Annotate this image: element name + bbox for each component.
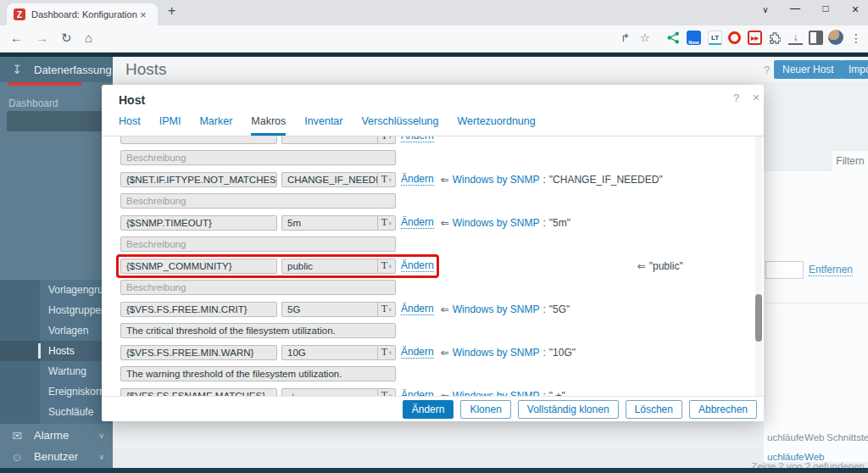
macro-name-input[interactable]: {$NET.IF.IFTYPE.NOT_MATCHES} [120, 172, 277, 187]
filter-input[interactable] [765, 261, 804, 279]
sidebar-submenu-item[interactable]: Hostgruppen [0, 300, 113, 320]
macro-description-input[interactable]: Beschreibung [120, 280, 396, 295]
change-link[interactable]: Ändern [401, 136, 434, 142]
dialog-scrollbar[interactable] [755, 136, 762, 396]
value-type-dropdown[interactable]: T ∨ [377, 388, 396, 397]
downloads-icon[interactable]: ↓ [788, 31, 803, 45]
split-screen-icon[interactable] [809, 31, 823, 45]
macro-description-input[interactable]: Beschreibung [120, 236, 396, 252]
macro-description-input[interactable]: The warning threshold of the filesystem … [120, 366, 396, 381]
extension-ring-icon[interactable] [728, 31, 741, 44]
sidebar-submenu-item[interactable]: Ereigniskorrelation [0, 381, 113, 402]
dialog-help-icon[interactable]: ? [733, 92, 739, 104]
browser-tab[interactable]: Z Dashboard: Konfiguration der Ho × [7, 3, 158, 25]
share-icon[interactable]: ↱ [620, 31, 630, 44]
new-host-button[interactable]: Neuer Host [774, 60, 843, 79]
import-button[interactable]: Importieren [842, 60, 868, 79]
macro-value-input[interactable]: CHANGE_IF_NEEDED [281, 172, 377, 187]
sidebar-menu-item[interactable]: ↧ Datenerfassung [0, 57, 113, 82]
dialog-footer-button[interactable]: Abbrechen [689, 400, 757, 419]
extensions-puzzle-icon[interactable] [767, 31, 782, 45]
inherit-arrow-icon: ⇐ [441, 347, 449, 359]
sidebar-submenu-item[interactable]: Suchläufe [0, 402, 113, 422]
profile-avatar[interactable] [828, 30, 843, 45]
macro-description-input[interactable]: The critical threshold of the filesystem… [120, 323, 396, 338]
dialog-footer-button[interactable]: Löschen [626, 400, 682, 419]
new-tab-button[interactable]: + [168, 3, 175, 19]
sidebar-submenu-item[interactable]: Wartung [0, 361, 113, 381]
macro-name-input[interactable]: {$SNMP.TIMEOUT} [120, 215, 277, 231]
macro-value-input[interactable] [281, 136, 377, 144]
dialog-footer-button[interactable]: Ändern [403, 400, 454, 419]
macro-name-input[interactable]: {$VFS.FS.FREE.MIN.CRIT} [120, 302, 277, 317]
page-help-icon[interactable]: ? [764, 64, 770, 76]
value-type-dropdown[interactable]: T ∨ [377, 136, 396, 144]
change-link[interactable]: Ändern [401, 216, 434, 229]
reload-icon[interactable]: ↻ [61, 31, 72, 46]
window-maximize-icon[interactable]: □ [813, 3, 838, 14]
back-icon[interactable]: ← [10, 31, 23, 45]
macro-value-input[interactable]: 5G [281, 302, 377, 317]
forward-icon[interactable]: → [36, 31, 48, 45]
dialog-tab[interactable]: Verschlüsselung [361, 115, 438, 136]
window-menu-icon[interactable]: ∨ [753, 5, 778, 14]
extension-fastforward-icon[interactable]: ▶▶ [748, 31, 762, 45]
dialog-tab[interactable]: Inventar [304, 115, 342, 136]
macro-value-input[interactable]: public [281, 259, 377, 274]
window-minimize-icon[interactable]: — [782, 3, 808, 14]
value-type-dropdown[interactable]: T ∨ [377, 215, 396, 231]
sidebar-submenu-item[interactable]: Vorlagengruppen [0, 280, 113, 300]
value-type-dropdown[interactable]: T ∨ [377, 172, 396, 187]
tab-close-icon[interactable]: × [140, 8, 147, 21]
browser-menu-icon[interactable]: ⋮ [850, 31, 862, 45]
remove-link[interactable]: Entfernen [809, 264, 853, 276]
value-type-dropdown[interactable]: T ∨ [377, 259, 396, 274]
dialog-tab[interactable]: IPMI [159, 115, 181, 136]
value-type-dropdown[interactable]: T ∨ [377, 345, 396, 360]
change-link[interactable]: Ändern [401, 303, 434, 315]
change-link[interactable]: Ändern [401, 259, 434, 272]
sidebar-submenu-item[interactable]: Vorlagen [0, 320, 113, 341]
sidebar-submenu-item[interactable]: Hosts [0, 341, 113, 361]
macro-name-input[interactable] [120, 136, 277, 144]
sidebar-search-input[interactable] [7, 111, 107, 131]
macro-name-input[interactable]: {$VFS.FS.FSNAME.MATCHES} [120, 388, 277, 397]
template-link[interactable]: Windows by SNMP [453, 347, 540, 359]
change-link[interactable]: Ändern [401, 346, 434, 359]
sidebar-menu-item[interactable]: ☺ Benutzer ∨ [0, 446, 113, 467]
macro-value-input[interactable]: 5m [281, 215, 377, 231]
dialog-tab[interactable]: Wertezuordnung [458, 115, 536, 136]
dialog-footer-button[interactable]: Klonen [460, 400, 510, 419]
sidebar-menu-item[interactable]: ✉ Alarme ∨ [0, 425, 113, 446]
extension-languagetool-icon[interactable]: LT [708, 31, 722, 45]
extension-new-icon[interactable]: New [687, 31, 701, 45]
window-close-icon[interactable]: × [843, 3, 868, 16]
value-type-dropdown[interactable]: T ∨ [377, 302, 396, 317]
macro-description-input[interactable]: Beschreibung [120, 193, 396, 209]
dialog-tab[interactable]: Marker [199, 115, 232, 136]
macro-name-input[interactable]: {$SNMP_COMMUNITY} [120, 259, 277, 274]
page-header: Hosts [113, 57, 868, 82]
macro-description-input[interactable]: Beschreibung [120, 150, 396, 165]
dialog-footer-button[interactable]: Vollständig klonen [518, 400, 619, 419]
submenu-item-label: Vorlagen [48, 325, 88, 337]
filter-tab[interactable]: Filtern [832, 151, 868, 171]
extension-share-icon[interactable] [666, 31, 681, 45]
macros-list: T ∨ Ändern Beschreibung [102, 136, 764, 396]
home-icon[interactable]: ⌂ [85, 31, 92, 45]
dialog-tab[interactable]: Host [119, 115, 141, 136]
dialog-tab[interactable]: Makros [251, 115, 286, 136]
macro-name-input[interactable]: {$VFS.FS.FREE.MIN.WARN} [120, 345, 277, 360]
sidebar-subtitle[interactable]: Dashboard [8, 97, 58, 109]
macro-value-input[interactable]: 10G [281, 345, 377, 360]
template-link[interactable]: Windows by SNMP [453, 303, 540, 315]
dialog-close-icon[interactable]: × [753, 91, 760, 104]
macro-value-input[interactable]: .+ [281, 388, 377, 397]
template-link[interactable]: Windows by SNMP [453, 390, 540, 397]
change-link[interactable]: Ändern [401, 173, 434, 186]
change-link[interactable]: Ändern [401, 389, 434, 396]
scrollbar-thumb[interactable] [755, 294, 762, 342]
bookmark-star-icon[interactable]: ☆ [640, 31, 650, 44]
template-link[interactable]: Windows by SNMP [453, 174, 540, 186]
template-link[interactable]: Windows by SNMP [453, 217, 540, 229]
